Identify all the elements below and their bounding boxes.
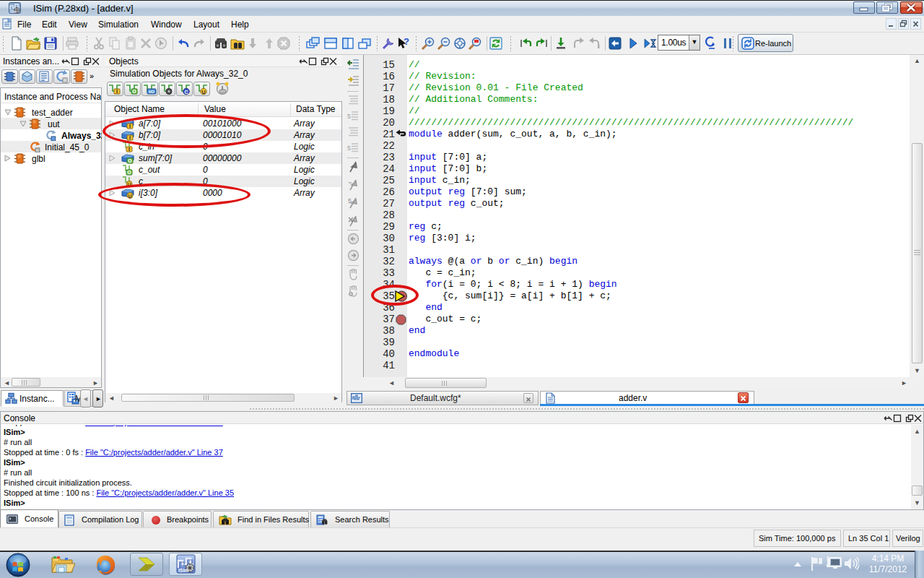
svg-text:5: 5	[348, 197, 352, 204]
svg-text:5: 5	[347, 113, 351, 120]
svg-text:O: O	[128, 158, 132, 163]
svg-text:ISim: ISim	[178, 568, 188, 573]
svg-text:ISim: ISim	[10, 10, 17, 14]
svg-text:O: O	[127, 170, 131, 175]
svg-text:?: ?	[404, 36, 409, 47]
svg-text:5: 5	[347, 144, 351, 152]
svg-text:I/O: I/O	[149, 90, 154, 94]
svg-text:O: O	[132, 89, 136, 94]
svg-text:I: I	[128, 147, 130, 152]
svg-text:I: I	[116, 89, 118, 94]
svg-text:C: C	[184, 90, 188, 95]
svg-text:U: U	[201, 90, 205, 95]
svg-text:~: ~	[348, 179, 352, 186]
